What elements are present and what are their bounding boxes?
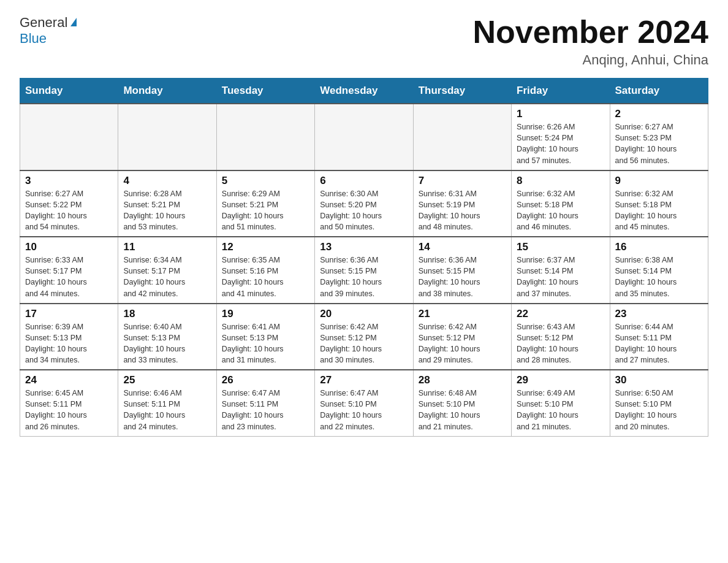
day-number: 20 (320, 308, 408, 320)
day-info: Sunrise: 6:36 AM Sunset: 5:15 PM Dayligh… (419, 255, 506, 299)
day-number: 26 (222, 374, 309, 386)
calendar-cell (118, 104, 216, 170)
day-info: Sunrise: 6:27 AM Sunset: 5:23 PM Dayligh… (615, 121, 703, 166)
page-header: General Blue November 2024 Anqing, Anhui… (20, 15, 708, 68)
weekday-header-thursday: Thursday (413, 79, 511, 104)
calendar-cell: 28Sunrise: 6:48 AM Sunset: 5:10 PM Dayli… (413, 370, 511, 436)
day-info: Sunrise: 6:47 AM Sunset: 5:10 PM Dayligh… (320, 388, 408, 432)
calendar-cell: 23Sunrise: 6:44 AM Sunset: 5:11 PM Dayli… (610, 304, 708, 370)
day-number: 1 (517, 108, 604, 120)
day-info: Sunrise: 6:45 AM Sunset: 5:11 PM Dayligh… (25, 388, 113, 432)
calendar-cell: 9Sunrise: 6:32 AM Sunset: 5:18 PM Daylig… (610, 170, 708, 237)
day-number: 13 (320, 241, 408, 253)
day-number: 17 (25, 308, 113, 320)
day-number: 9 (615, 175, 703, 187)
calendar-cell: 13Sunrise: 6:36 AM Sunset: 5:15 PM Dayli… (315, 237, 413, 304)
week-row-2: 3Sunrise: 6:27 AM Sunset: 5:22 PM Daylig… (20, 170, 708, 237)
day-number: 19 (222, 308, 309, 320)
day-info: Sunrise: 6:39 AM Sunset: 5:13 PM Dayligh… (25, 321, 113, 366)
weekday-header-saturday: Saturday (610, 79, 708, 104)
day-number: 29 (517, 374, 604, 386)
calendar-cell: 2Sunrise: 6:27 AM Sunset: 5:23 PM Daylig… (610, 104, 708, 170)
day-info: Sunrise: 6:34 AM Sunset: 5:17 PM Dayligh… (123, 255, 211, 299)
week-row-4: 17Sunrise: 6:39 AM Sunset: 5:13 PM Dayli… (20, 304, 708, 370)
calendar-cell: 7Sunrise: 6:31 AM Sunset: 5:19 PM Daylig… (413, 170, 511, 237)
day-info: Sunrise: 6:27 AM Sunset: 5:22 PM Dayligh… (25, 188, 113, 233)
day-number: 14 (419, 241, 506, 253)
day-info: Sunrise: 6:35 AM Sunset: 5:16 PM Dayligh… (222, 255, 309, 299)
day-number: 12 (222, 241, 309, 253)
day-info: Sunrise: 6:43 AM Sunset: 5:12 PM Dayligh… (517, 321, 604, 366)
logo: General Blue (20, 15, 77, 47)
calendar-cell: 19Sunrise: 6:41 AM Sunset: 5:13 PM Dayli… (216, 304, 314, 370)
calendar-table: SundayMondayTuesdayWednesdayThursdayFrid… (20, 78, 708, 437)
day-number: 27 (320, 374, 408, 386)
calendar-cell: 29Sunrise: 6:49 AM Sunset: 5:10 PM Dayli… (512, 370, 610, 436)
calendar-cell: 8Sunrise: 6:32 AM Sunset: 5:18 PM Daylig… (512, 170, 610, 237)
calendar-cell (20, 104, 118, 170)
calendar-cell: 16Sunrise: 6:38 AM Sunset: 5:14 PM Dayli… (610, 237, 708, 304)
calendar-cell: 17Sunrise: 6:39 AM Sunset: 5:13 PM Dayli… (20, 304, 118, 370)
calendar-cell: 15Sunrise: 6:37 AM Sunset: 5:14 PM Dayli… (512, 237, 610, 304)
day-number: 3 (25, 175, 113, 187)
day-info: Sunrise: 6:37 AM Sunset: 5:14 PM Dayligh… (517, 255, 604, 299)
calendar-cell: 5Sunrise: 6:29 AM Sunset: 5:21 PM Daylig… (216, 170, 314, 237)
logo-text: General Blue (20, 15, 77, 47)
day-info: Sunrise: 6:33 AM Sunset: 5:17 PM Dayligh… (25, 255, 113, 299)
calendar-header-row: SundayMondayTuesdayWednesdayThursdayFrid… (20, 79, 708, 104)
calendar-cell: 27Sunrise: 6:47 AM Sunset: 5:10 PM Dayli… (315, 370, 413, 436)
day-number: 7 (419, 175, 506, 187)
day-number: 16 (615, 241, 703, 253)
day-info: Sunrise: 6:28 AM Sunset: 5:21 PM Dayligh… (123, 188, 211, 233)
day-info: Sunrise: 6:40 AM Sunset: 5:13 PM Dayligh… (123, 321, 211, 366)
day-number: 5 (222, 175, 309, 187)
calendar-cell: 21Sunrise: 6:42 AM Sunset: 5:12 PM Dayli… (413, 304, 511, 370)
day-number: 30 (615, 374, 703, 386)
day-info: Sunrise: 6:48 AM Sunset: 5:10 PM Dayligh… (419, 388, 506, 432)
calendar-cell: 10Sunrise: 6:33 AM Sunset: 5:17 PM Dayli… (20, 237, 118, 304)
day-info: Sunrise: 6:44 AM Sunset: 5:11 PM Dayligh… (615, 321, 703, 366)
day-number: 18 (123, 308, 211, 320)
day-info: Sunrise: 6:42 AM Sunset: 5:12 PM Dayligh… (419, 321, 506, 366)
day-number: 21 (419, 308, 506, 320)
weekday-header-tuesday: Tuesday (216, 79, 314, 104)
day-number: 10 (25, 241, 113, 253)
calendar-cell: 18Sunrise: 6:40 AM Sunset: 5:13 PM Dayli… (118, 304, 216, 370)
day-info: Sunrise: 6:38 AM Sunset: 5:14 PM Dayligh… (615, 255, 703, 299)
day-number: 25 (123, 374, 211, 386)
day-info: Sunrise: 6:32 AM Sunset: 5:18 PM Dayligh… (517, 188, 604, 233)
calendar-cell: 11Sunrise: 6:34 AM Sunset: 5:17 PM Dayli… (118, 237, 216, 304)
day-info: Sunrise: 6:47 AM Sunset: 5:11 PM Dayligh… (222, 388, 309, 432)
week-row-3: 10Sunrise: 6:33 AM Sunset: 5:17 PM Dayli… (20, 237, 708, 304)
day-number: 2 (615, 108, 703, 120)
day-number: 4 (123, 175, 211, 187)
day-info: Sunrise: 6:29 AM Sunset: 5:21 PM Dayligh… (222, 188, 309, 233)
day-info: Sunrise: 6:42 AM Sunset: 5:12 PM Dayligh… (320, 321, 408, 366)
calendar-cell (216, 104, 314, 170)
calendar-title: November 2024 (473, 15, 708, 50)
weekday-header-monday: Monday (118, 79, 216, 104)
calendar-subtitle: Anqing, Anhui, China (473, 52, 708, 68)
calendar-cell: 24Sunrise: 6:45 AM Sunset: 5:11 PM Dayli… (20, 370, 118, 436)
day-info: Sunrise: 6:49 AM Sunset: 5:10 PM Dayligh… (517, 388, 604, 432)
calendar-cell: 12Sunrise: 6:35 AM Sunset: 5:16 PM Dayli… (216, 237, 314, 304)
calendar-cell: 20Sunrise: 6:42 AM Sunset: 5:12 PM Dayli… (315, 304, 413, 370)
day-number: 6 (320, 175, 408, 187)
day-number: 23 (615, 308, 703, 320)
calendar-cell: 25Sunrise: 6:46 AM Sunset: 5:11 PM Dayli… (118, 370, 216, 436)
week-row-5: 24Sunrise: 6:45 AM Sunset: 5:11 PM Dayli… (20, 370, 708, 436)
calendar-cell: 26Sunrise: 6:47 AM Sunset: 5:11 PM Dayli… (216, 370, 314, 436)
day-number: 22 (517, 308, 604, 320)
day-info: Sunrise: 6:46 AM Sunset: 5:11 PM Dayligh… (123, 388, 211, 432)
day-number: 11 (123, 241, 211, 253)
calendar-cell (315, 104, 413, 170)
day-number: 15 (517, 241, 604, 253)
calendar-cell: 30Sunrise: 6:50 AM Sunset: 5:10 PM Dayli… (610, 370, 708, 436)
day-info: Sunrise: 6:36 AM Sunset: 5:15 PM Dayligh… (320, 255, 408, 299)
calendar-cell: 22Sunrise: 6:43 AM Sunset: 5:12 PM Dayli… (512, 304, 610, 370)
day-info: Sunrise: 6:41 AM Sunset: 5:13 PM Dayligh… (222, 321, 309, 366)
day-info: Sunrise: 6:26 AM Sunset: 5:24 PM Dayligh… (517, 121, 604, 166)
calendar-cell (413, 104, 511, 170)
title-block: November 2024 Anqing, Anhui, China (473, 15, 708, 68)
week-row-1: 1Sunrise: 6:26 AM Sunset: 5:24 PM Daylig… (20, 104, 708, 170)
